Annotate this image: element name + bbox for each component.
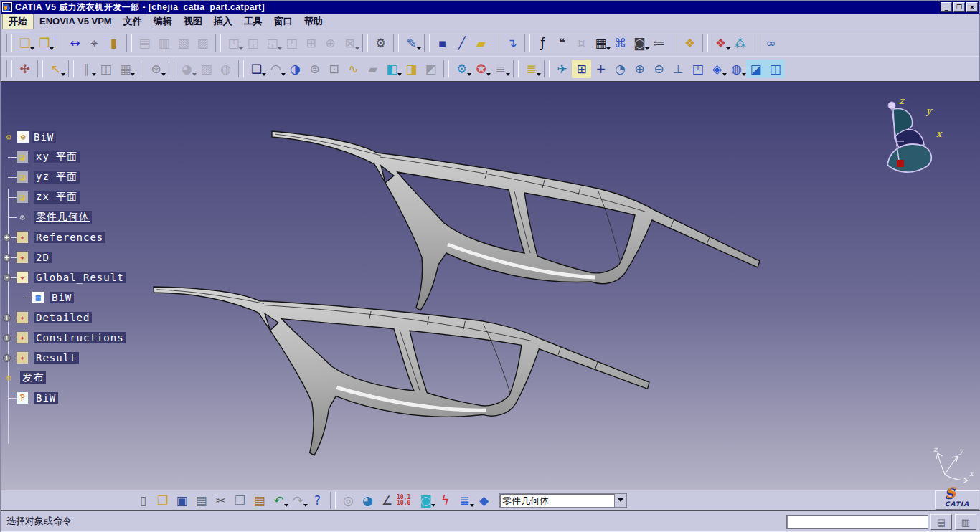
tree-node-label[interactable]: BiW [50, 292, 74, 303]
active-body-combobox[interactable]: 零件几何体 [499, 493, 627, 508]
command-input[interactable] [786, 515, 928, 529]
rotate-icon[interactable]: ◔ [611, 60, 630, 78]
menu-tools[interactable]: 工具 [238, 14, 268, 29]
measure-between-icon[interactable]: ↔ [65, 34, 85, 52]
sphere-gray-icon[interactable]: ◕ [177, 60, 197, 78]
comment-icon[interactable]: ❝ [552, 34, 572, 52]
undo-icon[interactable]: ↶ [269, 492, 288, 509]
pointer-globe-icon[interactable]: ◕ [358, 492, 377, 509]
sew-surface-icon[interactable]: ◨ [402, 60, 421, 78]
view-compass[interactable]: z y x [866, 94, 951, 184]
menu-start[interactable]: 开始 [2, 14, 34, 29]
tree-node-label[interactable]: BiW [34, 392, 58, 404]
bolt-lightning-icon[interactable]: ϟ [435, 492, 455, 509]
extrude-icon[interactable]: ❑ [247, 60, 266, 78]
tree-expander[interactable]: + [3, 234, 11, 242]
cut-icon[interactable]: ✂ [211, 492, 230, 509]
tree-expander[interactable]: + [3, 314, 11, 322]
measure-item-icon[interactable]: ⌖ [85, 34, 104, 52]
sweep-icon[interactable]: ∿ [344, 60, 363, 78]
list-blue-icon[interactable]: ≣ [455, 492, 474, 509]
tree-node-icon[interactable]: ✦ [17, 352, 28, 364]
hide-show-icon[interactable]: ◪ [746, 60, 765, 78]
menu-insert[interactable]: 插入 [208, 14, 238, 29]
catalog-yellow-icon[interactable]: ❖ [680, 34, 699, 52]
plane-tool-icon[interactable]: ▰ [471, 34, 491, 52]
tree-node-label[interactable]: 发布 [20, 371, 46, 384]
tree-expander[interactable]: + [3, 334, 11, 342]
depth-effect-icon-4[interactable]: ▨ [193, 34, 212, 52]
bounding-box-icon[interactable]: ⊠ [340, 34, 359, 52]
tree-node-label[interactable]: BiW [32, 131, 56, 143]
tree-expander[interactable]: - [3, 274, 11, 282]
offset-icon[interactable]: ⊡ [324, 60, 344, 78]
3d-viewport[interactable]: ⚙ ⚙ BiW ◪ xy 平面 ◪ [1, 81, 980, 490]
machining-icon[interactable]: ◙ [416, 492, 435, 509]
paste-icon[interactable]: ▤ [250, 492, 269, 509]
volume-icon-4[interactable]: ◰ [282, 34, 301, 52]
hatch-icon-1[interactable]: ▨ [197, 60, 216, 78]
catalog-book-icon[interactable]: ◆ [474, 492, 494, 509]
menu-window[interactable]: 窗口 [268, 14, 298, 29]
fit-all-in-icon[interactable]: ⊞ [572, 60, 591, 78]
knowledge-values-icon[interactable]: 10,1 10,0 [397, 492, 416, 509]
tree-node-label[interactable]: Detailed [34, 312, 92, 323]
trim-icon[interactable]: ◩ [421, 60, 440, 78]
settings-gear-icon[interactable]: ⚙ [371, 34, 390, 52]
normal-view-icon[interactable]: ⊥ [669, 60, 688, 78]
surfaces-stack-icon[interactable]: ≣ [522, 60, 541, 78]
cylinder-icon[interactable]: ⊜ [305, 60, 324, 78]
paste-format-icon[interactable]: ✣ [15, 60, 34, 78]
tree-node-icon[interactable]: ◪ [17, 191, 28, 203]
print-icon[interactable]: ▤ [192, 492, 211, 509]
sphere-icon[interactable]: ◑ [286, 60, 305, 78]
tree-node-icon[interactable]: ✦ [17, 272, 28, 283]
catalog-multi-icon[interactable]: ⁂ [730, 34, 750, 52]
fill-icon[interactable]: ▰ [363, 60, 382, 78]
new-document-icon[interactable]: ▯ [133, 492, 153, 509]
tree-node-icon[interactable]: ⚙ [3, 372, 14, 384]
design-table-icon[interactable]: ▦ [591, 34, 611, 52]
tree-node-label[interactable]: References [34, 232, 105, 243]
catalog-browser-icon[interactable]: ↴ [502, 34, 522, 52]
line-icon[interactable]: ╱ [452, 34, 471, 52]
zoom-out-icon[interactable]: ⊖ [649, 60, 669, 78]
tree-expander[interactable]: + [3, 254, 11, 262]
zoom-in-icon[interactable]: ⊕ [630, 60, 649, 78]
volume-icon-1[interactable]: ◳ [224, 34, 243, 52]
blend-icon[interactable]: ◧ [382, 60, 402, 78]
refresh-icon[interactable]: ◎ [339, 492, 358, 509]
tree-node-icon[interactable]: ✦ [17, 312, 28, 323]
mask-analysis-icon[interactable]: ✪ [471, 60, 491, 78]
tree-node-icon[interactable]: ✦ [17, 332, 28, 343]
tree-node-label[interactable]: xy 平面 [34, 151, 80, 163]
statusbar-button-1[interactable]: ▤ [930, 514, 952, 530]
tree-node-icon[interactable]: ✦ [17, 252, 28, 263]
equivalent-dimensions-icon[interactable]: ≔ [649, 34, 669, 52]
link-parts-icon[interactable]: ∞ [761, 34, 781, 52]
tree-node-label[interactable]: 零件几何体 [34, 211, 92, 224]
multi-view-icon[interactable]: ◰ [688, 60, 707, 78]
menu-edit[interactable]: 编辑 [148, 14, 178, 29]
menu-view[interactable]: 视图 [178, 14, 208, 29]
sketcher-icon[interactable]: ✎ [402, 34, 421, 52]
whats-this-icon[interactable]: ? [308, 492, 327, 509]
statusbar-button-2[interactable]: ▥ [955, 514, 976, 530]
volume-icon-2[interactable]: ◲ [243, 34, 263, 52]
menu-file[interactable]: 文件 [118, 14, 148, 29]
open-with-links-icon[interactable]: ❐ [34, 34, 54, 52]
pan-icon[interactable]: + [591, 60, 611, 78]
tree-node-label[interactable]: Global_Result [34, 272, 126, 283]
tree-node-icon[interactable]: ◪ [17, 151, 28, 163]
tree-node-icon[interactable]: ⚙ [3, 131, 14, 143]
planes-between-icon[interactable]: ◫ [96, 60, 116, 78]
tree-node-label[interactable]: Constructions [34, 332, 126, 343]
redo-icon[interactable]: ↷ [288, 492, 308, 509]
tree-node-icon[interactable]: ⚙ [17, 212, 28, 223]
tree-expander[interactable]: + [3, 354, 11, 362]
open-icon[interactable]: ❐ [153, 492, 172, 509]
menu-help[interactable]: 帮助 [298, 14, 329, 29]
tree-node-label[interactable]: Result [34, 352, 79, 364]
hatch-icon-2[interactable]: ◍ [216, 60, 235, 78]
catalog-red-icon[interactable]: ❖ [711, 34, 730, 52]
